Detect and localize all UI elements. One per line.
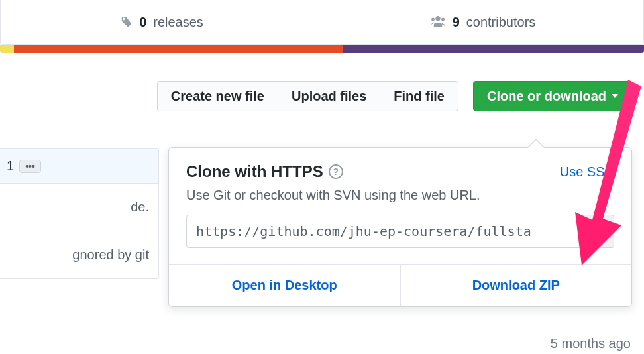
releases-count: 0	[139, 15, 146, 30]
commit-partial-number: 1	[7, 158, 14, 174]
copy-url-button[interactable]	[578, 215, 614, 248]
contributors-count: 9	[453, 15, 460, 30]
download-zip-button[interactable]: Download ZIP	[400, 265, 632, 306]
clone-title-text: Clone with HTTPS	[186, 162, 323, 181]
file-row-fragment: de.	[0, 184, 158, 231]
clone-url-row	[186, 215, 614, 248]
repo-stats-bar: 0 releases 9 contributors	[0, 0, 644, 45]
help-icon[interactable]: ?	[329, 164, 343, 179]
language-segment	[343, 45, 644, 53]
clone-popover-title: Clone with HTTPS ?	[186, 162, 343, 181]
contributors-label: contributors	[466, 15, 536, 30]
clone-description: Use Git or checkout with SVN using the w…	[186, 188, 614, 203]
create-file-button[interactable]: Create new file	[157, 81, 278, 111]
clone-popover: Clone with HTTPS ? Use SSH Use Git or ch…	[168, 147, 632, 307]
language-segment	[0, 45, 14, 53]
contributors-link[interactable]: 9 contributors	[322, 15, 643, 30]
commit-row-header: 1 •••	[0, 149, 158, 184]
file-row-fragment: gnored by git	[0, 231, 158, 278]
find-file-button[interactable]: Find file	[380, 81, 458, 111]
file-toolbar: Create new file Upload files Find file C…	[0, 81, 644, 111]
releases-link[interactable]: 0 releases	[1, 15, 322, 30]
upload-files-button[interactable]: Upload files	[278, 81, 380, 111]
language-segment	[14, 45, 343, 53]
commit-message-expand-button[interactable]: •••	[19, 160, 41, 173]
commit-history-strip: 1 ••• de. gnored by git	[0, 148, 159, 279]
tag-icon	[119, 16, 133, 29]
clone-download-button[interactable]: Clone or download	[473, 81, 632, 111]
caret-down-icon	[612, 94, 618, 98]
clone-download-label: Clone or download	[487, 89, 606, 103]
clone-popover-actions: Open in Desktop Download ZIP	[169, 264, 631, 306]
releases-label: releases	[153, 15, 203, 30]
open-in-desktop-button[interactable]: Open in Desktop	[169, 265, 400, 306]
file-actions-group: Create new file Upload files Find file	[157, 81, 458, 111]
use-ssh-link[interactable]: Use SSH	[560, 164, 614, 180]
language-bar[interactable]	[0, 45, 644, 53]
clone-url-input[interactable]	[186, 215, 578, 248]
clipboard-icon	[590, 224, 603, 239]
file-age-fragment: 5 months ago	[551, 336, 631, 351]
people-icon	[430, 16, 446, 29]
clone-popover-header: Clone with HTTPS ? Use SSH	[186, 162, 614, 181]
